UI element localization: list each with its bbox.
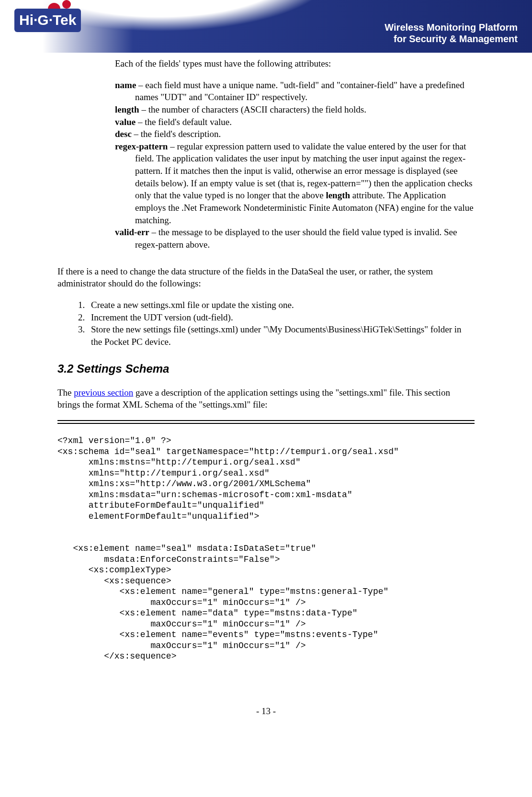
step-item: Create a new settings.xml file or update… [87, 299, 475, 311]
xml-schema-code: <?xml version="1.0" ?> <xs:schema id="se… [57, 435, 475, 662]
previous-section-link[interactable]: previous section [74, 387, 133, 398]
logo-dot [62, 0, 71, 9]
attr-name-label: name [115, 80, 136, 90]
schema-para-a: The [57, 387, 74, 398]
tagline-line-1: Wireless Monitoring Platform [385, 22, 518, 33]
attr-desc-label: desc [115, 129, 132, 139]
brand-logo: Hi·G·Tek [14, 9, 81, 32]
attr-valid-text: – the message to be displayed to the use… [135, 227, 457, 250]
attr-desc-text: – the field's description. [132, 129, 221, 139]
attr-value-label: value [115, 117, 136, 127]
section-heading: 3.2 Settings Schema [57, 361, 475, 376]
intro-line: Each of the fields' types must have the … [115, 57, 475, 70]
attr-regex-length-bold: length [326, 190, 350, 200]
separator-rule [57, 420, 475, 424]
steps-list: Create a new settings.xml file or update… [77, 299, 475, 348]
tagline: Wireless Monitoring Platform for Securit… [385, 22, 518, 45]
page-body: Each of the fields' types must have the … [0, 57, 532, 681]
header-banner: Hi·G·Tek Wireless Monitoring Platform fo… [0, 0, 532, 53]
schema-intro: The previous section gave a description … [57, 387, 475, 411]
attr-name-text: – each field must have a unique name. "u… [135, 80, 464, 102]
attributes-block: name – each field must have a unique nam… [115, 79, 475, 251]
attr-value-text: – the field's default value. [136, 117, 232, 127]
attr-regex-label: regex-pattern [115, 141, 168, 151]
step-item: Store the new settings file (settings.xm… [87, 323, 475, 348]
step-item: Increment the UDT version (udt-field). [87, 311, 475, 324]
attr-length-label: length [115, 104, 139, 114]
admin-paragraph: If there is a need to change the data st… [57, 265, 475, 290]
page-number: - 13 - [0, 705, 532, 717]
tagline-line-2: for Security & Management [394, 34, 518, 44]
attr-valid-label: valid-err [115, 227, 149, 237]
attr-length-text: – the number of characters (ASCII charac… [139, 104, 366, 114]
